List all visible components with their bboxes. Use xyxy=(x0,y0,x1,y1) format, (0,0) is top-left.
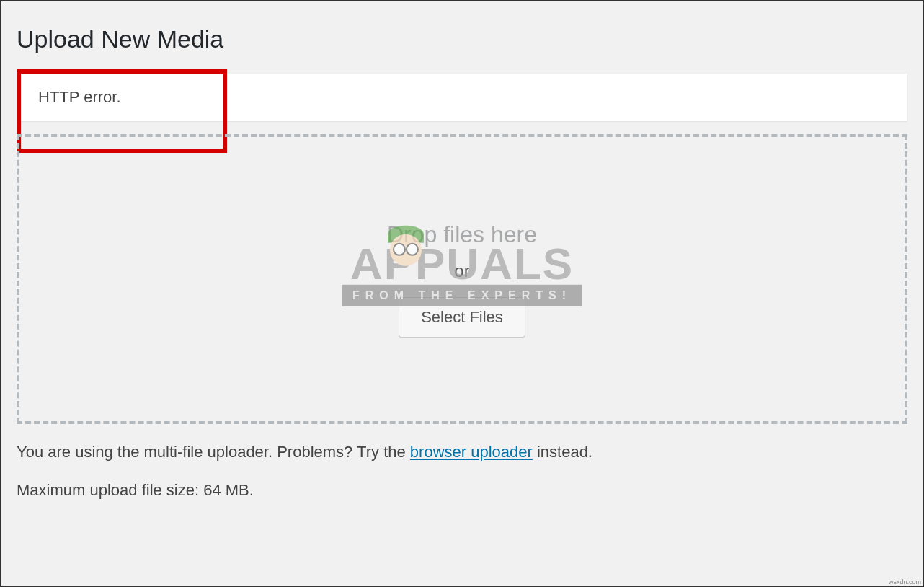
page-title: Upload New Media xyxy=(17,25,907,53)
drop-files-label: Drop files here xyxy=(387,221,537,248)
uploader-info-suffix: instead. xyxy=(533,443,592,461)
or-label: or xyxy=(454,261,469,281)
error-notice: HTTP error. xyxy=(17,74,907,121)
max-upload-size: Maximum upload file size: 64 MB. xyxy=(17,480,907,502)
footer-watermark: wsxdn.com xyxy=(889,578,921,586)
uploader-info: You are using the multi-file uploader. P… xyxy=(17,441,907,464)
upload-dropzone[interactable]: APPUALS FROM THE EXPERTS! Drop files her… xyxy=(17,134,907,424)
error-message: HTTP error. xyxy=(38,88,121,106)
content-wrap: Upload New Media HTTP error. APPUALS FRO… xyxy=(1,1,923,532)
uploader-info-prefix: You are using the multi-file uploader. P… xyxy=(17,443,410,461)
browser-uploader-link[interactable]: browser uploader xyxy=(410,443,533,461)
select-files-button[interactable]: Select Files xyxy=(399,297,525,337)
